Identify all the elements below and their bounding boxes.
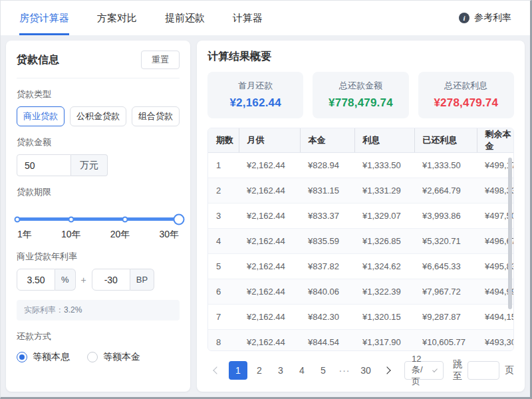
main-content: 贷款信息 重置 贷款类型 商业贷款公积金贷款组合贷款 贷款金额 万元 贷款期限 … [1,35,530,397]
page-size-value: 12 条/页 [412,354,428,388]
slider-stop [122,216,128,222]
reset-button[interactable]: 重置 [141,51,180,69]
table-cell: ¥2,162.44 [239,254,300,279]
radio-icon [87,352,98,362]
loan-amount-label: 贷款金额 [17,136,180,148]
loan-panel-header: 贷款信息 重置 [17,51,180,69]
table-row: 3¥2,162.44¥833.37¥1,329.07¥3,993.86¥497,… [208,203,513,229]
bp-group: BP [92,269,154,291]
table-cell: ¥1,333.50 [414,153,477,178]
pagination-page-button[interactable]: 2 [250,361,269,380]
table-header-cell: 月供 [239,128,300,153]
table-cell: ¥2,162.44 [239,305,300,330]
nav-tab[interactable]: 房贷计算器 [19,1,69,35]
table-header-cell: 已还利息 [414,128,477,153]
table-cell: ¥1,333.50 [354,153,414,178]
table-cell: ¥842.30 [300,305,354,330]
nav-tab[interactable]: 方案对比 [97,1,137,35]
table-cell: ¥3,993.86 [414,203,477,229]
table-cell: ¥840.06 [300,279,354,305]
chevron-down-icon [432,367,438,372]
repayment-option[interactable]: 等额本金 [87,351,140,363]
table-row: 5¥2,162.44¥837.82¥1,324.62¥6,645.33¥495,… [208,254,513,279]
table-cell: ¥2,664.79 [414,178,477,203]
nav-tab[interactable]: 计算器 [233,1,263,35]
summary-card-label: 总还款利息 [422,80,510,92]
pagination-page-button[interactable]: 5 [314,361,332,380]
radio-label: 等额本息 [33,351,70,363]
table-cell: ¥2,162.44 [239,203,300,229]
loan-type-group: 商业贷款公积金贷款组合贷款 [17,106,180,126]
bp-input[interactable] [92,269,130,291]
bp-addon: BP [130,269,154,291]
rate-input[interactable] [17,269,55,291]
table-cell: 8 [208,330,239,352]
pagination-page-button[interactable]: 3 [271,361,290,380]
table-scrollbar-thumb[interactable] [508,158,512,309]
nav-tab[interactable]: 提前还款 [165,1,205,35]
page-size-select[interactable]: 12 条/页 [404,361,444,380]
chevron-left-icon [213,366,220,374]
loan-type-option[interactable]: 组合贷款 [132,106,180,126]
pagination-page-button[interactable]: 1 [229,361,247,380]
summary-card-value: ¥778,479.74 [317,96,404,110]
slider-track[interactable] [17,217,179,221]
chevron-right-icon [383,366,390,374]
loan-type-option[interactable]: 商业贷款 [17,106,65,126]
loan-amount-input[interactable] [17,154,71,176]
table-cell: 4 [208,229,239,254]
table-cell: 3 [208,203,239,229]
table-cell: ¥7,967.72 [414,279,477,305]
loan-panel-title: 贷款信息 [17,53,59,67]
table-row: 4¥2,162.44¥835.59¥1,326.85¥5,320.71¥496,… [208,229,513,254]
table-cell: ¥2,162.44 [239,279,300,305]
jump-to-page: 跳至页 [453,358,514,382]
table-cell: ¥493,306.22 [477,330,513,352]
summary-card-label: 首月还款 [211,80,299,92]
result-panel-title: 计算结果概要 [207,50,514,64]
pagination-page-button[interactable]: 4 [293,361,311,380]
table-row: 1¥2,162.44¥828.94¥1,333.50¥1,333.50¥499,… [208,153,513,178]
summary-card: 总还款利息¥278,479.74 [418,72,514,118]
table-cell: ¥831.15 [300,178,354,203]
actual-rate-note: 实际利率：3.2% [17,300,180,321]
pagination-prev-button[interactable] [207,361,226,380]
table-row: 8¥2,162.44¥844.54¥1,317.90¥10,605.77¥493… [208,330,513,352]
table-header-cell: 剩余本金 [477,128,513,153]
divider [17,78,180,78]
pagination: 12345···3012 条/页跳至页 [207,358,514,382]
pagination-next-button[interactable] [378,361,396,380]
slider-marks: 1年10年20年30年 [17,229,179,241]
table-row: 2¥2,162.44¥831.15¥1,331.29¥2,664.79¥498,… [208,178,513,203]
slider-handle[interactable] [174,213,185,225]
table-cell: ¥1,317.90 [354,330,414,352]
slider-stop [15,216,21,222]
table-cell: ¥837.82 [300,254,354,279]
loan-info-panel: 贷款信息 重置 贷款类型 商业贷款公积金贷款组合贷款 贷款金额 万元 贷款期限 … [6,41,190,392]
repayment-option[interactable]: 等额本息 [17,351,70,363]
table-cell: 1 [208,153,239,178]
plus-sign: + [81,275,86,285]
rate-input-row: % + BP [17,269,180,291]
pagination-page-button[interactable]: 30 [356,361,375,380]
reference-rate-link[interactable]: i 参考利率 [459,1,511,35]
table-cell: ¥828.94 [300,153,354,178]
term-mark: 10年 [61,229,81,241]
table-cell: ¥1,322.39 [354,279,414,305]
radio-label: 等额本金 [103,351,140,363]
actual-rate-label: 实际利率： [24,305,64,315]
jump-page-input[interactable] [467,361,499,380]
rate-group: % [17,269,76,291]
table-row: 6¥2,162.44¥840.06¥1,322.39¥7,967.72¥494,… [208,279,513,305]
radio-icon [17,352,27,362]
jump-suffix: 页 [505,364,514,376]
table-cell: ¥2,162.44 [239,330,300,352]
repay-method-group: 等额本息等额本金 [17,351,180,363]
loan-term-slider[interactable]: 1年10年20年30年 [17,217,179,241]
term-mark: 20年 [110,229,130,241]
table-cell: ¥10,605.77 [414,330,477,352]
table-cell: 2 [208,178,239,203]
pagination-more-button[interactable]: ··· [335,361,354,380]
table-cell: ¥1,326.85 [354,229,414,254]
loan-type-option[interactable]: 公积金贷款 [70,106,126,126]
